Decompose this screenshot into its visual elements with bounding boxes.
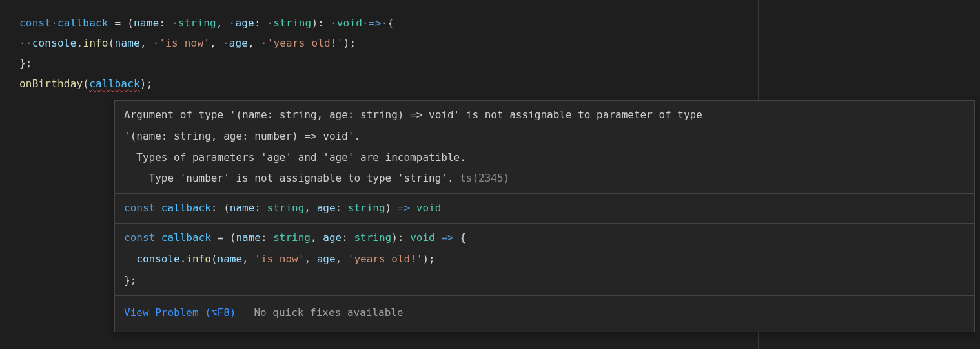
def-p2: age <box>323 231 342 244</box>
error-line-1: Argument of type '(name: string, age: st… <box>124 109 702 121</box>
sig-param-name: name <box>230 202 255 214</box>
error-line-3: Types of parameters 'age' and 'age' are … <box>124 151 466 164</box>
brace-close-semicolon: }; <box>19 57 32 69</box>
def-sp2 <box>454 231 460 244</box>
method-info: info <box>83 37 108 49</box>
sig-arrow: => <box>398 202 410 214</box>
def-s1: 'is now' <box>254 253 304 265</box>
def-comma1: , <box>311 231 323 244</box>
def-sp <box>435 231 442 244</box>
colon: : <box>159 17 172 29</box>
op-equals: = <box>108 17 128 29</box>
code-line-2[interactable]: ··console.info(name, ·'is now', ·age, ·'… <box>19 33 980 53</box>
def-lparen: ( <box>230 231 236 244</box>
def-console: console <box>136 253 179 265</box>
def-p1: name <box>236 231 261 244</box>
paren-close-colon: ): <box>311 17 331 29</box>
error-line-2: '(name: string, age: number) => void'. <box>124 130 360 142</box>
code-line-4[interactable]: onBirthday(callback); <box>19 74 980 94</box>
paren-close-semicolon: ); <box>140 78 153 90</box>
whitespace-dot: · <box>267 17 274 29</box>
comma: , <box>140 37 153 49</box>
no-quick-fixes-label: No quick fixes available <box>254 302 403 324</box>
arg-age: age <box>229 37 249 49</box>
def-a2: age <box>317 253 336 265</box>
def-eq: = <box>211 231 230 244</box>
def-brace: { <box>460 231 466 244</box>
code-editor[interactable]: const·callback = (name: ·string, ·age: ·… <box>0 0 980 94</box>
param-age: age <box>235 17 254 29</box>
hover-signature: const callback: (name: string, age: stri… <box>115 194 974 224</box>
def-ret: void <box>410 231 435 244</box>
def-dot: . <box>180 253 187 265</box>
whitespace-dot: · <box>261 37 267 49</box>
code-line-3[interactable]: }; <box>19 53 980 73</box>
sig-space <box>410 202 416 214</box>
sig-lparen: ( <box>223 202 230 214</box>
keyword-const: const <box>19 17 51 29</box>
sig-const: const <box>124 202 161 214</box>
param-name: name <box>134 17 159 29</box>
type-void: void <box>337 17 362 29</box>
comma: , <box>248 37 261 49</box>
def-info: info <box>186 253 211 265</box>
sig-void: void <box>416 202 442 214</box>
def-colon1: : <box>261 231 273 244</box>
whitespace-dot: · <box>331 17 337 29</box>
whitespace-dot: · <box>223 37 229 49</box>
def-s2: 'years old!' <box>348 253 423 265</box>
paren-close-semicolon: ); <box>343 37 356 49</box>
sig-param-age: age <box>317 202 336 214</box>
hover-tooltip[interactable]: Argument of type '(name: string, age: st… <box>114 100 975 332</box>
whitespace-dot: · <box>362 17 369 29</box>
paren-open: ( <box>127 17 134 29</box>
string-is-now: 'is now' <box>159 37 210 49</box>
code-line-1[interactable]: const·callback = (name: ·string, ·age: ·… <box>19 13 980 33</box>
sig-name: callback <box>161 202 211 214</box>
dot: . <box>77 37 83 49</box>
error-code: ts(2345) <box>460 172 509 184</box>
view-problem-link[interactable]: View Problem (⌥F8) <box>124 302 236 324</box>
whitespace-dot: · <box>26 37 32 49</box>
paren-open: ( <box>83 78 89 90</box>
sig-rparen: ) <box>385 202 398 214</box>
def-indent <box>124 253 136 265</box>
def-arrow: => <box>441 231 453 244</box>
whitespace-dot: · <box>51 17 57 29</box>
arrow: => <box>369 17 382 29</box>
error-callback-arg[interactable]: callback <box>89 78 140 90</box>
whitespace-dot: · <box>19 37 26 49</box>
string-years-old: 'years old!' <box>267 37 343 49</box>
colon: : <box>254 17 267 29</box>
sig-comma: , <box>304 202 316 214</box>
def-rparen2: ); <box>422 253 434 265</box>
def-colon2: : <box>342 231 354 244</box>
paren-open: ( <box>108 37 115 49</box>
comma: , <box>216 17 229 29</box>
sig-type-string2: string <box>348 202 385 214</box>
identifier-callback: callback <box>57 17 108 29</box>
def-var: callback <box>161 231 211 244</box>
sig-colon3: : <box>336 202 348 214</box>
def-close: }; <box>124 274 136 286</box>
sig-colon2: : <box>254 202 267 214</box>
def-t2: string <box>354 231 391 244</box>
def-comma2c: , <box>336 253 348 265</box>
def-a1: name <box>218 253 243 265</box>
arg-name: name <box>115 37 140 49</box>
hover-footer: View Problem (⌥F8) No quick fixes availa… <box>115 295 974 332</box>
hover-error-message: Argument of type '(name: string, age: st… <box>115 101 974 194</box>
def-lparen2: ( <box>211 253 218 265</box>
type-string: string <box>273 17 311 29</box>
def-t1: string <box>273 231 311 244</box>
hover-definition: const callback = (name: string, age: str… <box>115 224 974 295</box>
comma: , <box>210 37 223 49</box>
sig-colon: : <box>211 202 223 214</box>
type-string: string <box>178 17 216 29</box>
def-const: const <box>124 231 161 244</box>
fn-onbirthday: onBirthday <box>19 78 83 90</box>
whitespace-dot: · <box>153 37 159 49</box>
whitespace-dot: · <box>382 17 388 29</box>
sig-type-string: string <box>267 202 305 214</box>
whitespace-dot: · <box>172 17 178 29</box>
